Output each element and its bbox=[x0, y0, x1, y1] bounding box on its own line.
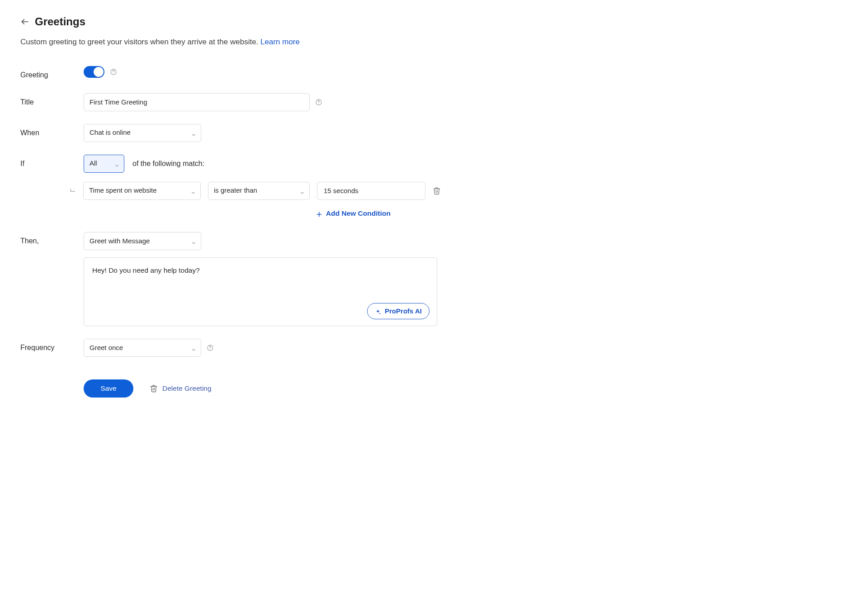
chevron-down-icon bbox=[191, 130, 196, 135]
help-icon[interactable] bbox=[110, 68, 117, 76]
svg-point-4 bbox=[318, 103, 319, 104]
condition-value-input[interactable] bbox=[317, 182, 425, 200]
chevron-down-icon bbox=[191, 345, 196, 350]
chevron-down-icon bbox=[300, 188, 305, 193]
message-text: Hey! Do you need any help today? bbox=[92, 265, 429, 275]
svg-point-2 bbox=[113, 73, 113, 73]
learn-more-link[interactable]: Learn more bbox=[260, 38, 300, 46]
then-action-select[interactable]: Greet with Message bbox=[84, 232, 201, 250]
when-select-value: Chat is online bbox=[90, 128, 131, 138]
match-mode-value: All bbox=[90, 158, 97, 169]
delete-greeting-label: Delete Greeting bbox=[162, 383, 212, 393]
frequency-select[interactable]: Greet once bbox=[84, 339, 201, 357]
trash-icon bbox=[150, 384, 158, 393]
if-label: If bbox=[20, 155, 84, 169]
plus-icon bbox=[316, 210, 322, 216]
title-input[interactable] bbox=[84, 93, 310, 111]
ai-button-label: ProProfs AI bbox=[385, 306, 422, 317]
subtitle-text: Custom greeting to greet your visitors w… bbox=[20, 38, 260, 46]
frequency-value: Greet once bbox=[90, 343, 123, 353]
proprofs-ai-button[interactable]: ProProfs AI bbox=[367, 303, 429, 319]
when-label: When bbox=[20, 124, 84, 138]
greeting-toggle[interactable] bbox=[84, 66, 104, 78]
chevron-down-icon bbox=[191, 188, 196, 193]
then-label: Then, bbox=[20, 232, 84, 246]
title-label: Title bbox=[20, 93, 84, 108]
svg-point-8 bbox=[210, 349, 210, 349]
add-condition-label: Add New Condition bbox=[326, 208, 391, 218]
greeting-label: Greeting bbox=[20, 66, 84, 81]
frequency-label: Frequency bbox=[20, 339, 84, 353]
save-button[interactable]: Save bbox=[84, 379, 133, 398]
help-icon[interactable] bbox=[315, 99, 322, 106]
chevron-down-icon bbox=[114, 161, 119, 166]
chevron-down-icon bbox=[191, 238, 196, 243]
sparkle-icon bbox=[375, 308, 381, 314]
page-title: Greetings bbox=[35, 14, 85, 30]
condition-field-select[interactable]: Time spent on website bbox=[83, 182, 201, 200]
condition-operator-value: is greater than bbox=[214, 185, 257, 196]
when-select[interactable]: Chat is online bbox=[84, 124, 201, 142]
if-sentence-text: of the following match: bbox=[132, 158, 204, 169]
match-mode-select[interactable]: All bbox=[84, 155, 124, 173]
delete-greeting-button[interactable]: Delete Greeting bbox=[150, 383, 212, 393]
add-condition-button[interactable]: Add New Condition bbox=[316, 208, 848, 218]
page-subtitle: Custom greeting to greet your visitors w… bbox=[20, 36, 848, 48]
condition-operator-select[interactable]: is greater than bbox=[208, 182, 310, 200]
message-textarea[interactable]: Hey! Do you need any help today? ProProf… bbox=[84, 257, 437, 326]
tree-indent-icon bbox=[63, 188, 76, 194]
help-icon[interactable] bbox=[207, 344, 214, 351]
condition-field-value: Time spent on website bbox=[89, 185, 157, 196]
then-action-value: Greet with Message bbox=[90, 236, 150, 246]
delete-condition-icon[interactable] bbox=[433, 187, 441, 195]
back-arrow-icon[interactable] bbox=[20, 17, 29, 26]
